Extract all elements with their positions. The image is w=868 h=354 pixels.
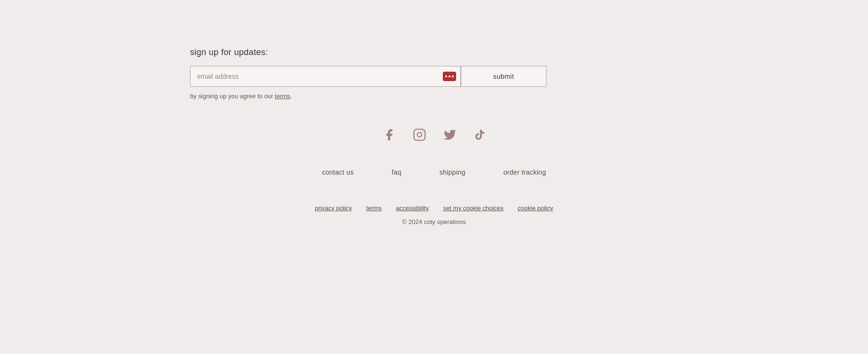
tiktok-link[interactable]: [474, 129, 486, 144]
terms-prefix: by signing up you agree to our: [190, 93, 275, 100]
dot1: [445, 75, 447, 77]
email-input[interactable]: [190, 66, 461, 87]
social-section: [382, 128, 486, 145]
nav-links-section: contact us faq shipping order tracking: [322, 168, 546, 176]
terms-link[interactable]: terms: [275, 93, 291, 100]
terms-text: by signing up you agree to our terms.: [190, 93, 292, 100]
privacy-policy-link[interactable]: privacy policy: [315, 205, 352, 212]
copyright-text: © 2024 coty operations: [402, 218, 466, 225]
dot3: [452, 75, 454, 77]
svg-rect-0: [414, 129, 425, 140]
page-wrapper: sign up for updates: submit by signing u…: [0, 47, 868, 225]
dot2: [448, 75, 450, 77]
nav-link-order-tracking[interactable]: order tracking: [503, 168, 546, 176]
svg-point-1: [417, 132, 421, 137]
twitter-link[interactable]: [443, 128, 457, 145]
tiktok-icon: [474, 129, 486, 141]
instagram-icon: [413, 128, 426, 141]
facebook-link[interactable]: [382, 128, 396, 145]
twitter-icon: [443, 128, 457, 141]
signup-section: sign up for updates: submit by signing u…: [0, 47, 868, 100]
terms-legal-link[interactable]: terms: [366, 205, 382, 212]
nav-link-shipping[interactable]: shipping: [439, 168, 466, 176]
submit-button[interactable]: submit: [461, 66, 546, 87]
terms-suffix: .: [290, 93, 292, 100]
cookie-policy-link[interactable]: cookie policy: [518, 205, 553, 212]
nav-link-contact[interactable]: contact us: [322, 168, 354, 176]
svg-point-2: [422, 131, 423, 132]
email-form-row: submit: [190, 66, 546, 87]
email-input-wrapper: [190, 66, 461, 87]
instagram-link[interactable]: [413, 128, 426, 145]
legal-links-section: privacy policy terms accessibility set m…: [315, 205, 553, 212]
cookie-choices-link[interactable]: set my cookie choices: [443, 205, 504, 212]
signup-title: sign up for updates:: [190, 47, 268, 57]
facebook-icon: [382, 128, 396, 141]
accessibility-link[interactable]: accessibility: [396, 205, 429, 212]
dots-icon[interactable]: [443, 72, 456, 81]
nav-link-faq[interactable]: faq: [392, 168, 401, 176]
